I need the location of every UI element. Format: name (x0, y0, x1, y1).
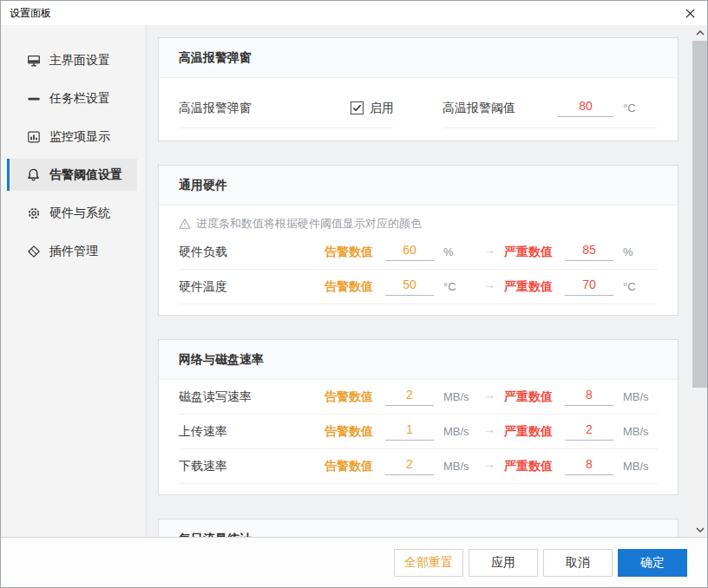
sidebar-item-alert-thresholds[interactable]: 告警阈值设置 (7, 159, 137, 191)
row-label: 上传速率 (179, 424, 324, 440)
reset-all-button[interactable]: 全部重置 (394, 549, 463, 577)
checkbox-label: 启用 (370, 101, 394, 116)
warn-unit: MB/s (443, 460, 478, 473)
critical-unit: MB/s (623, 390, 658, 403)
critical-value-input[interactable]: 8 (565, 457, 613, 475)
critical-value-input[interactable]: 8 (565, 388, 613, 406)
warning-icon (179, 218, 191, 230)
critical-value-input[interactable]: 2 (565, 422, 613, 441)
critical-label: 严重数值 (504, 279, 553, 295)
unit-label: °C (623, 101, 658, 114)
section-high-temp-alarm: 高温报警弹窗 高温报警弹窗 启用 高温报警阈值 80 (158, 37, 678, 141)
chevron-up-icon (696, 30, 705, 36)
warn-label: 告警数值 (324, 279, 373, 295)
chevron-down-icon (696, 527, 705, 532)
taskbar-icon (26, 91, 41, 106)
row-label: 磁盘读写速率 (179, 389, 324, 405)
critical-label: 严重数值 (504, 424, 553, 440)
warn-value-input[interactable]: 1 (385, 422, 434, 441)
alarm-popup-field: 高温报警弹窗 启用 (179, 88, 394, 128)
field-label: 高温报警阈值 (442, 101, 558, 116)
row-label: 硬件负载 (179, 245, 324, 260)
sidebar-item-label: 硬件与系统 (49, 206, 110, 221)
title-bar: 设置面板 (1, 1, 707, 25)
arrow-icon: → (483, 422, 495, 436)
section-general-hardware: 通用硬件 进度条和数值将根据硬件阈值显示对应的颜色 硬件负载 告警数值 60 %… (158, 165, 678, 316)
threshold-row-upload-speed: 上传速率 告警数值 1 MB/s → 严重数值 2 MB/s (179, 415, 658, 449)
sidebar-item-monitor-items[interactable]: 监控项显示 (7, 121, 137, 153)
ok-button[interactable]: 确定 (618, 549, 687, 577)
section-title: 通用硬件 (159, 166, 678, 206)
section-title: 网络与磁盘速率 (159, 340, 678, 380)
row-label: 下载速率 (179, 459, 324, 474)
temp-threshold-input[interactable]: 80 (558, 99, 613, 117)
arrow-icon: → (483, 243, 495, 257)
scroll-down-button[interactable] (692, 522, 707, 537)
threshold-row-download-speed: 下载速率 告警数值 2 MB/s → 严重数值 8 MB/s (179, 449, 658, 484)
critical-label: 严重数值 (504, 245, 553, 260)
section-network-disk-speed: 网络与磁盘速率 磁盘读写速率 告警数值 2 MB/s → 严重数值 8 MB/s… (158, 339, 678, 495)
window-title: 设置面板 (10, 6, 51, 21)
sidebar-item-label: 告警阈值设置 (49, 167, 122, 183)
warn-value-input[interactable]: 50 (385, 278, 434, 296)
threshold-row-hardware-load: 硬件负载 告警数值 60 % → 严重数值 85 % (179, 235, 658, 270)
section-daily-traffic: 每日流量统计 (158, 519, 678, 537)
footer-bar: 全部重置 应用 取消 确定 (1, 537, 707, 587)
sidebar-item-main-ui[interactable]: 主界面设置 (7, 44, 137, 76)
sidebar-item-taskbar[interactable]: 任务栏设置 (7, 82, 137, 114)
checkmark-icon (352, 104, 362, 112)
critical-unit: °C (623, 280, 658, 293)
sidebar-item-label: 插件管理 (49, 244, 98, 259)
warn-unit: % (443, 245, 478, 258)
critical-value-input[interactable]: 85 (565, 243, 613, 261)
settings-content: 高温报警弹窗 高温报警弹窗 启用 高温报警阈值 80 (147, 25, 692, 537)
section-title: 每日流量统计 (159, 519, 678, 537)
cancel-button[interactable]: 取消 (543, 549, 613, 577)
sidebar: 主界面设置 任务栏设置 监控项显示 告警阈值设置 (1, 25, 147, 537)
critical-label: 严重数值 (504, 459, 553, 474)
section-title: 高温报警弹窗 (159, 38, 678, 78)
critical-value-input[interactable]: 70 (565, 278, 613, 296)
warn-unit: MB/s (443, 425, 478, 438)
warn-label: 告警数值 (324, 459, 373, 474)
warn-label: 告警数值 (324, 245, 373, 260)
sidebar-item-label: 监控项显示 (49, 129, 110, 145)
warn-unit: MB/s (443, 390, 478, 403)
bar-chart-icon (26, 129, 41, 144)
gear-icon (26, 206, 41, 220)
warn-label: 告警数值 (324, 424, 373, 440)
arrow-icon: → (483, 457, 495, 471)
plugin-icon (26, 244, 41, 258)
sidebar-item-plugin-manager[interactable]: 插件管理 (7, 235, 137, 267)
critical-unit: % (623, 245, 658, 258)
critical-label: 严重数值 (504, 389, 553, 405)
bell-icon (26, 167, 41, 182)
scrollbar-track[interactable] (692, 388, 707, 522)
sidebar-item-hardware-system[interactable]: 硬件与系统 (7, 197, 137, 229)
apply-button[interactable]: 应用 (469, 549, 538, 577)
scrollbar-thumb[interactable] (692, 41, 707, 388)
close-button[interactable] (680, 3, 699, 23)
scroll-up-button[interactable] (692, 25, 707, 40)
row-label: 硬件温度 (179, 279, 324, 295)
sidebar-item-label: 任务栏设置 (49, 91, 110, 107)
monitor-icon (26, 53, 41, 68)
arrow-icon: → (483, 278, 495, 291)
threshold-row-hardware-temp: 硬件温度 告警数值 50 °C → 严重数值 70 °C (179, 270, 658, 304)
dialog-body: 主界面设置 任务栏设置 监控项显示 告警阈值设置 (1, 25, 707, 537)
vertical-scrollbar[interactable] (692, 25, 707, 537)
warn-value-input[interactable]: 2 (385, 388, 434, 406)
critical-unit: MB/s (623, 460, 658, 473)
warn-value-input[interactable]: 2 (385, 457, 434, 475)
warn-value-input[interactable]: 60 (385, 243, 434, 261)
threshold-row-disk-speed: 磁盘读写速率 告警数值 2 MB/s → 严重数值 8 MB/s (179, 380, 658, 415)
threshold-color-notice: 进度条和数值将根据硬件阈值显示对应的颜色 (179, 206, 658, 235)
settings-panel-window: 设置面板 主界面设置 任务栏设置 监控 (0, 0, 708, 588)
notice-text: 进度条和数值将根据硬件阈值显示对应的颜色 (196, 216, 422, 232)
critical-unit: MB/s (623, 425, 658, 438)
arrow-icon: → (483, 388, 495, 402)
close-icon (685, 8, 696, 19)
warn-unit: °C (443, 280, 478, 293)
field-label: 高温报警弹窗 (179, 101, 351, 116)
enable-checkbox[interactable] (351, 101, 364, 114)
